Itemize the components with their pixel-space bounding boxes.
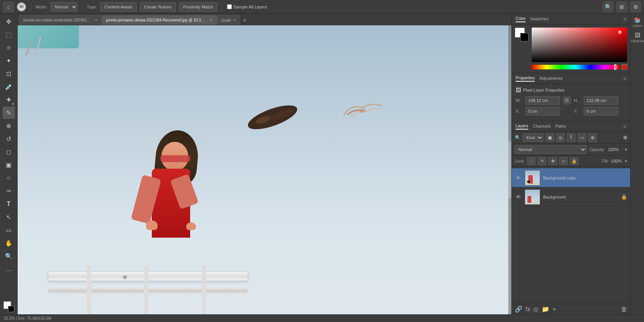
new-layer-btn[interactable]: + [552, 306, 556, 313]
fill-dropdown-btn[interactable]: ▾ [625, 159, 627, 164]
tab-3[interactable]: Untitl × [217, 15, 240, 25]
properties-panel-header: Properties Adjustments ≡ [512, 73, 630, 84]
layer-filter-smart-btn[interactable]: ⊕ [588, 133, 597, 142]
hand-tool[interactable]: ✋ [3, 237, 15, 249]
x-input[interactable] [526, 107, 560, 115]
lock-move-btn[interactable]: ✥ [549, 157, 557, 165]
tab-paths[interactable]: Paths [555, 124, 566, 129]
workspace-icon[interactable]: ⊞ [616, 2, 627, 12]
layers-panel-menu[interactable]: ≡ [623, 123, 626, 130]
layer-name-2: Background [543, 195, 618, 199]
dodge-tool[interactable]: ○ [3, 172, 15, 184]
pen-tool[interactable]: ✑ [3, 185, 15, 197]
tab-3-close[interactable]: × [233, 17, 236, 23]
xy-row: X: Y: [516, 107, 626, 115]
layer-name-1: Background copy [543, 176, 627, 180]
tab-1-close[interactable]: × [95, 17, 98, 23]
y-input[interactable] [584, 107, 618, 115]
create-texture-btn[interactable]: Create Texture [140, 2, 176, 12]
mode-dropdown[interactable]: Normal [51, 2, 77, 12]
layers-filter-dot[interactable] [623, 136, 627, 140]
add-style-btn[interactable]: fx [526, 306, 530, 313]
add-mask-btn[interactable]: ◎ [533, 306, 539, 313]
tab-properties[interactable]: Properties [516, 76, 535, 82]
crop-tool[interactable]: ⊡ [3, 67, 15, 80]
color-gradient[interactable] [532, 28, 627, 62]
layer-visibility-2[interactable]: 👁 [515, 194, 522, 200]
tab-adjustments[interactable]: Adjustments [539, 76, 563, 81]
extras-tool[interactable]: … [3, 263, 15, 275]
new-group-btn[interactable]: 📁 [542, 306, 549, 313]
history-brush-tool[interactable]: ↺ [3, 133, 15, 145]
eyedropper-tool[interactable]: 💉 [3, 80, 15, 93]
fill-value: 100% [611, 159, 622, 163]
layer-background-copy[interactable]: 👁 Background copy [512, 168, 630, 187]
canvas-scrollbar-v[interactable] [508, 25, 511, 314]
shape-tool[interactable]: ▭ [3, 224, 15, 236]
filter-icon: 🔍 [515, 135, 521, 140]
layer-filter-pixel-btn[interactable]: ▣ [545, 133, 554, 142]
magic-wand-tool[interactable]: ✦ [3, 54, 15, 67]
tab-swatches[interactable]: Swatches [530, 16, 549, 22]
content-aware-btn[interactable]: Content-Aware [100, 2, 136, 12]
home-icon[interactable]: ⌂ [3, 2, 14, 12]
gradient-tool[interactable]: ▣ [3, 159, 15, 171]
tabs-overflow-btn[interactable]: » [240, 15, 249, 25]
sample-all-layers-checkbox[interactable]: Sample All Layers [227, 4, 267, 9]
lock-all-btn[interactable]: 🔒 [570, 157, 578, 165]
brush-tool[interactable]: ✎ [3, 107, 15, 119]
layer-background[interactable]: 👁 Background 🔒 [512, 187, 630, 207]
width-input[interactable] [526, 96, 560, 105]
type-tool[interactable]: T [3, 198, 15, 210]
width-height-row: W: ⛓ H: [516, 96, 626, 105]
clone-stamp-tool[interactable]: ⊕ [3, 120, 15, 132]
heal-tool[interactable]: ✚ [3, 94, 15, 106]
rectangular-marquee-tool[interactable]: ⬚ [3, 28, 15, 41]
lasso-tool[interactable]: ⌾ [3, 41, 15, 54]
lock-artboard-btn[interactable]: ▭ [559, 157, 568, 165]
learn-btn[interactable]: 📚 Learn [632, 17, 643, 28]
background-swatch[interactable] [520, 33, 529, 41]
path-selection-tool[interactable]: ↖ [3, 211, 15, 223]
search-icon[interactable]: 🔍 [603, 2, 613, 12]
layer-filter-type-btn[interactable]: T [567, 133, 575, 142]
color-panel-menu[interactable]: ≡ [623, 16, 626, 22]
layer-filter-shape-btn[interactable]: ▭ [578, 133, 586, 142]
tab-2[interactable]: pexels-jermaine-ulinwa-3321584-Recovered… [102, 15, 217, 25]
eraser-tool[interactable]: ◻ [3, 146, 15, 158]
proximity-match-btn[interactable]: Proximity Match [179, 2, 217, 12]
settings-icon[interactable]: ⚙ [630, 2, 641, 12]
link-layers-btn[interactable]: 🔗 [515, 306, 522, 313]
hue-bar[interactable] [532, 65, 619, 69]
delete-layer-btn[interactable]: 🗑 [621, 306, 627, 313]
color-preview[interactable] [622, 64, 627, 70]
properties-panel-menu[interactable]: ≡ [623, 76, 626, 82]
color-panel-header: Color Swatches ≡ [512, 14, 630, 25]
move-tool[interactable]: ✥ [3, 15, 15, 28]
lock-pixels-btn[interactable]: ⬚ [527, 157, 536, 165]
tab-2-close[interactable]: × [210, 17, 213, 23]
layers-list: 👁 Background copy 👁 [512, 167, 630, 304]
status-bar: 33.3% | Doc: 75.0M/150.0M [0, 314, 644, 322]
canvas-container[interactable] [18, 25, 511, 314]
layers-filter-row: 🔍 Kind ▣ ◎ T ▭ ⊕ [512, 132, 630, 144]
libraries-btn[interactable]: 🖼 Libraries [632, 32, 643, 43]
lock-paint-btn[interactable]: ✎ [538, 157, 546, 165]
zoom-tool[interactable]: 🔍 [3, 250, 15, 262]
blend-mode-dropdown[interactable]: Normal [515, 145, 586, 154]
tab-layers[interactable]: Layers [516, 123, 528, 130]
height-input[interactable] [584, 96, 618, 105]
tab-channels[interactable]: Channels [533, 124, 550, 129]
link-dimensions-btn[interactable]: ⛓ [563, 97, 571, 104]
fg-bg-swatches[interactable] [515, 28, 529, 41]
tab-1-label: pexels-ion-ceban-ionelceban-2929835-Reco… [23, 18, 92, 22]
opacity-dropdown-btn[interactable]: ▾ [625, 147, 627, 152]
fg-bg-colors[interactable] [3, 301, 15, 313]
width-label: W: [516, 98, 522, 103]
layer-filter-adjust-btn[interactable]: ◎ [556, 133, 565, 142]
layers-kind-dropdown[interactable]: Kind [523, 133, 543, 142]
railing [48, 249, 248, 314]
tab-1[interactable]: pexels-ion-ceban-ionelceban-2929835-Reco… [19, 15, 102, 25]
tab-color[interactable]: Color [516, 16, 526, 22]
layer-visibility-1[interactable]: 👁 [515, 174, 522, 181]
